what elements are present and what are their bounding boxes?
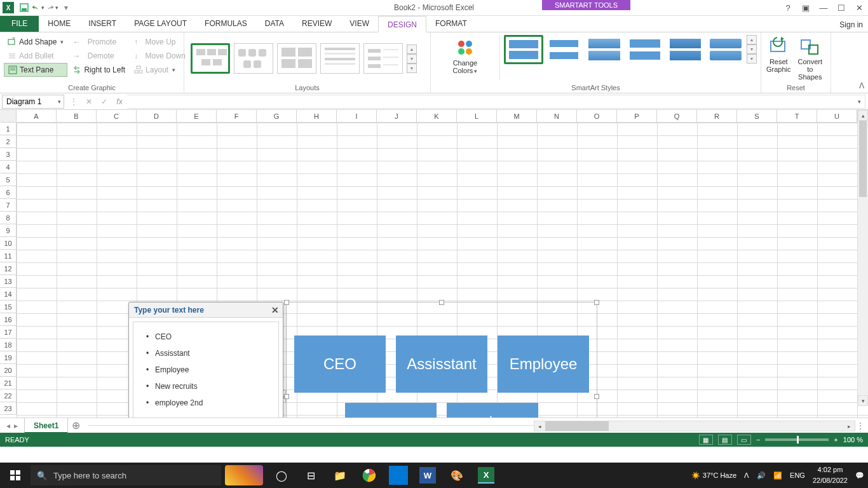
resize-handle[interactable] <box>594 300 599 305</box>
convert-to-shapes-button[interactable]: Convert to Shapes <box>794 35 827 82</box>
scroll-up-icon[interactable]: ▴ <box>747 35 757 44</box>
row-header[interactable]: 14 <box>0 288 17 301</box>
chrome-icon[interactable] <box>355 463 384 488</box>
tab-formulas[interactable]: FORMULAS <box>196 15 256 32</box>
row-header[interactable]: 8 <box>0 212 17 224</box>
column-header[interactable]: J <box>377 110 417 122</box>
column-header[interactable]: C <box>97 110 137 122</box>
sign-in-link[interactable]: Sign in <box>839 20 863 29</box>
add-shape-button[interactable]: +Add Shape▾ <box>4 35 67 49</box>
help-icon[interactable]: ? <box>779 0 797 16</box>
zoom-in-icon[interactable]: + <box>834 436 837 444</box>
page-break-view-icon[interactable]: ▭ <box>737 435 751 445</box>
row-header[interactable]: 6 <box>0 186 17 199</box>
rtl-button[interactable]: Right to Left <box>69 63 129 77</box>
column-header[interactable]: R <box>697 110 737 122</box>
move-down-button[interactable]: ↓ Move Down <box>130 49 189 63</box>
resize-handle[interactable] <box>284 394 289 399</box>
zoom-out-icon[interactable]: − <box>756 436 760 444</box>
row-header[interactable]: 18 <box>0 339 17 351</box>
enter-formula-icon[interactable]: ✓ <box>97 95 112 109</box>
row-header[interactable]: 5 <box>0 173 17 186</box>
cancel-formula-icon[interactable]: ✕ <box>81 95 97 109</box>
row-header[interactable]: 22 <box>0 390 17 402</box>
row-header[interactable]: 23 <box>0 402 17 415</box>
scroll-left-icon[interactable]: ◂ <box>534 421 545 431</box>
layout-button[interactable]: Layout▾ <box>130 63 189 77</box>
column-header[interactable]: I <box>337 110 377 122</box>
layout-thumb-2[interactable] <box>234 43 273 74</box>
text-pane-item[interactable]: CEO <box>136 329 276 345</box>
row-header[interactable]: 16 <box>0 313 17 326</box>
move-up-button[interactable]: ↑ Move Up <box>130 35 189 49</box>
add-bullet-button[interactable]: Add Bullet <box>4 49 67 63</box>
zoom-level[interactable]: 100 % <box>843 436 863 444</box>
scroll-up-icon[interactable]: ▴ <box>858 110 868 121</box>
close-icon[interactable]: ✕ <box>850 0 868 16</box>
scroll-up-icon[interactable]: ▴ <box>407 44 417 54</box>
tab-view[interactable]: VIEW <box>341 15 378 32</box>
column-header[interactable]: T <box>777 110 817 122</box>
column-header[interactable]: O <box>577 110 617 122</box>
save-icon[interactable] <box>18 1 31 14</box>
row-header[interactable]: 15 <box>0 301 17 313</box>
text-pane-item[interactable]: employee 2nd <box>136 395 276 411</box>
tab-review[interactable]: REVIEW <box>293 15 341 32</box>
cortana-icon[interactable]: ⊟ <box>296 463 325 488</box>
smartart-block[interactable]: Employee <box>498 336 589 393</box>
smartart-block[interactable]: Assisstant <box>396 336 487 393</box>
smartart-block[interactable]: employee 2nd <box>447 403 538 417</box>
row-header[interactable]: 4 <box>0 161 17 173</box>
tab-insert[interactable]: INSERT <box>79 15 125 32</box>
tray-expand-icon[interactable]: ᐱ <box>740 471 753 480</box>
chevron-down-icon[interactable]: ▾ <box>58 98 61 105</box>
row-header[interactable]: 2 <box>0 135 17 148</box>
paint-icon[interactable]: 🎨 <box>442 463 471 488</box>
excel-taskbar-icon[interactable]: X <box>471 463 501 488</box>
scroll-thumb[interactable] <box>859 121 867 197</box>
text-pane-button[interactable]: Text Pane <box>4 63 67 77</box>
row-header[interactable]: 7 <box>0 199 17 212</box>
column-header[interactable]: P <box>617 110 657 122</box>
row-header[interactable]: 17 <box>0 326 17 339</box>
scroll-thumb[interactable] <box>545 421 609 431</box>
column-header[interactable]: H <box>297 110 337 122</box>
column-header[interactable]: G <box>257 110 297 122</box>
resize-handle[interactable] <box>439 300 444 305</box>
scroll-more-icon[interactable]: ▾ <box>747 54 757 64</box>
row-header[interactable]: 1 <box>0 123 17 135</box>
text-pane-item[interactable]: Employee <box>136 362 276 378</box>
horizontal-scrollbar[interactable]: ◂ ▸ <box>534 421 855 431</box>
start-button[interactable] <box>0 463 31 488</box>
resize-handle[interactable] <box>594 394 599 399</box>
promote-button[interactable]: ← Promote <box>69 35 129 49</box>
nav-next-icon[interactable]: ▸ <box>14 421 18 430</box>
undo-icon[interactable]: ▾ <box>32 1 44 14</box>
normal-view-icon[interactable]: ▦ <box>699 435 713 445</box>
row-header[interactable]: 12 <box>0 262 17 275</box>
column-header[interactable]: U <box>817 110 857 122</box>
style-thumb-3[interactable] <box>585 35 624 64</box>
sheet-tab[interactable]: Sheet1 <box>24 418 68 433</box>
column-header[interactable]: D <box>137 110 177 122</box>
demote-button[interactable]: → Demote <box>69 49 129 63</box>
row-header[interactable]: 20 <box>0 364 17 377</box>
scroll-down-icon[interactable]: ▾ <box>858 395 868 406</box>
select-all-corner[interactable] <box>0 110 17 122</box>
page-layout-view-icon[interactable]: ▤ <box>718 435 732 445</box>
style-thumb-5[interactable] <box>666 35 705 64</box>
tab-page-layout[interactable]: PAGE LAYOUT <box>125 15 196 32</box>
weather-widget[interactable]: ☀️37°C Haze <box>688 471 740 480</box>
news-widget-icon[interactable] <box>225 465 263 485</box>
text-pane-body[interactable]: CEO Assisstant Employee New recruits emp… <box>133 322 279 417</box>
column-header[interactable]: N <box>537 110 577 122</box>
column-header[interactable]: S <box>737 110 777 122</box>
layouts-scroll[interactable]: ▴▾▾ <box>407 44 417 73</box>
style-thumb-2[interactable] <box>545 35 584 64</box>
text-pane-panel[interactable]: Type your text here ✕ CEO Assisstant Emp… <box>128 302 283 417</box>
scroll-down-icon[interactable]: ▾ <box>747 44 757 54</box>
maximize-icon[interactable]: ☐ <box>832 0 850 16</box>
layout-thumb-4[interactable] <box>320 43 360 74</box>
scroll-down-icon[interactable]: ▾ <box>407 54 417 64</box>
column-header[interactable]: A <box>17 110 57 122</box>
